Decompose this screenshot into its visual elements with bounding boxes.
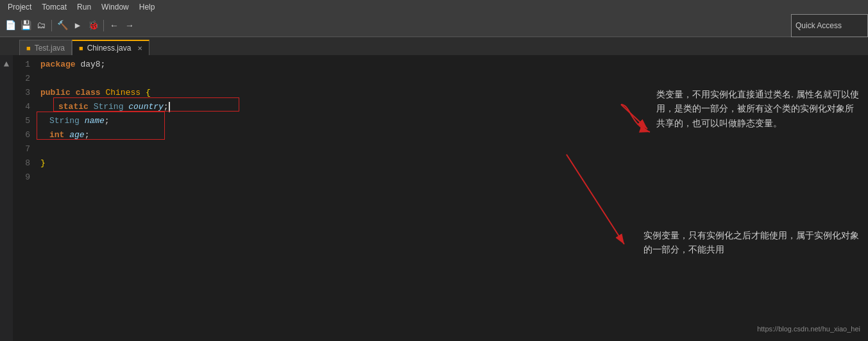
kw-int: int <box>49 128 64 142</box>
build-btn[interactable]: 🔨 <box>55 19 69 33</box>
quick-access-label: Quick Access <box>796 21 842 30</box>
code-line-6: int age ; <box>40 128 868 142</box>
line-numbers: 1 2 3 4 5 6 7 8 9 <box>13 55 35 341</box>
debug-btn[interactable]: 🐞 <box>86 19 100 33</box>
type-string-1: String <box>94 100 124 114</box>
code-line-2 <box>40 72 868 86</box>
code-line-5: String name ; <box>40 114 868 128</box>
menu-window[interactable]: Window <box>96 0 134 14</box>
save-all-btn[interactable]: 🗂 <box>34 19 48 33</box>
tab-test-label: Test.java <box>35 44 65 53</box>
var-age: age <box>69 128 84 142</box>
code-line-1: package day8; <box>40 58 868 72</box>
code-line-9 <box>40 170 868 185</box>
back-btn[interactable]: ← <box>107 19 121 33</box>
tab-chiness-close[interactable]: ✕ <box>137 45 142 52</box>
quick-access[interactable]: Quick Access <box>791 14 868 37</box>
code-line-7 <box>40 142 868 156</box>
annotation-bottom: 实例变量，只有实例化之后才能使用，属于实例化对象的一部分，不能共用 <box>643 228 862 257</box>
code-line-4: static String country ; <box>40 100 868 114</box>
tab-chiness[interactable]: ■ Chiness.java ✕ <box>72 40 149 55</box>
type-string-2: String <box>49 114 80 128</box>
line-num-8: 8 <box>13 156 30 170</box>
code-line-3: public class Chiness { <box>40 86 868 100</box>
sep2 <box>103 20 104 31</box>
kw-public: public <box>40 86 71 100</box>
forward-btn[interactable]: → <box>123 19 137 33</box>
save-btn[interactable]: 💾 <box>19 19 33 33</box>
line-num-2: 2 <box>13 72 30 86</box>
blog-url-text: https://blog.csdn.net/hu_xiao_hei <box>757 325 860 333</box>
line-num-6: 6 <box>13 128 30 142</box>
left-gutter: ▲ <box>0 55 13 341</box>
var-name: name <box>85 114 105 128</box>
class-name: Chiness <box>105 86 140 100</box>
tab-test[interactable]: ■ Test.java <box>19 40 72 55</box>
kw-package: package <box>40 58 76 72</box>
pkg-name: day8; <box>76 58 106 72</box>
line-num-5: 5 <box>13 114 30 128</box>
code-content[interactable]: package day8; public class Chiness { sta… <box>35 55 868 341</box>
menu-run[interactable]: Run <box>72 0 96 14</box>
var-country: country <box>128 100 164 114</box>
tabbar: ■ Test.java ■ Chiness.java ✕ <box>0 37 868 55</box>
line-num-7: 7 <box>13 142 30 156</box>
annotation-bottom-text: 实例变量，只有实例化之后才能使用，属于实例化对象的一部分，不能共用 <box>643 230 859 254</box>
line-num-9: 9 <box>13 170 30 185</box>
editor-area: ▲ 1 2 3 4 5 6 7 8 9 package day8; public… <box>0 55 868 341</box>
open-brace: { <box>146 86 151 100</box>
code-line-8: } <box>40 156 868 170</box>
toolbar: 📄 💾 🗂 🔨 ▶ 🐞 ← → Quick Access <box>0 14 868 37</box>
kw-static: static <box>58 100 89 114</box>
line-num-3: 3 <box>13 86 30 100</box>
menu-project[interactable]: Project <box>3 0 37 14</box>
close-brace: } <box>40 156 46 170</box>
new-file-btn[interactable]: 📄 <box>3 19 17 33</box>
sep1 <box>51 20 52 31</box>
menubar: Project Tomcat Run Window Help <box>0 0 868 14</box>
blog-link: https://blog.csdn.net/hu_xiao_hei <box>757 322 860 336</box>
menu-help[interactable]: Help <box>134 0 160 14</box>
kw-class: class <box>76 86 101 100</box>
run-btn[interactable]: ▶ <box>71 19 85 33</box>
menu-tomcat[interactable]: Tomcat <box>37 0 72 14</box>
line-num-4: 4 <box>13 100 30 114</box>
text-cursor <box>169 102 170 112</box>
tab-chiness-label: Chiness.java <box>87 44 132 53</box>
tab-chiness-icon: ■ <box>79 44 83 52</box>
gutter-arrow: ▲ <box>4 59 9 69</box>
line-num-1: 1 <box>13 58 30 72</box>
tab-test-icon: ■ <box>26 44 31 52</box>
